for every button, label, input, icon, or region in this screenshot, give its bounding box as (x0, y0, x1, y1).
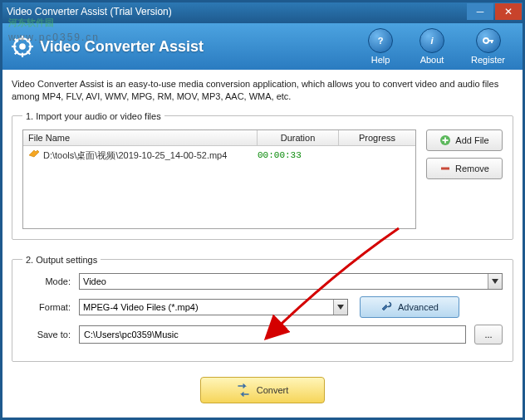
mode-select[interactable]: Video (79, 273, 503, 290)
help-label: Help (371, 55, 390, 65)
about-button[interactable]: i About (420, 28, 444, 65)
mode-value: Video (83, 276, 106, 286)
browse-button[interactable]: ... (474, 325, 503, 344)
remove-button[interactable]: Remove (426, 158, 503, 179)
info-icon: i (425, 34, 439, 47)
help-button[interactable]: ? Help (368, 28, 393, 65)
convert-label: Convert (257, 385, 289, 395)
app-title: Video Converter Assist (40, 38, 368, 56)
import-fieldset: 1. Import your audio or video files File… (12, 111, 513, 240)
file-table[interactable]: File Name Duration Progress D:\tools\桌面\… (22, 129, 416, 229)
svg-point-12 (483, 38, 488, 43)
minus-icon (439, 163, 451, 174)
file-icon (28, 149, 40, 161)
saveto-input[interactable]: C:\Users\pc0359\Music (79, 325, 466, 344)
convert-icon (237, 383, 250, 397)
svg-text:i: i (431, 36, 434, 46)
plus-icon (439, 134, 451, 146)
register-label: Register (471, 55, 505, 65)
saveto-value: C:\Users\pc0359\Music (84, 330, 179, 339)
close-button[interactable]: ✕ (495, 3, 522, 20)
advanced-button[interactable]: Advanced (360, 296, 459, 318)
output-fieldset: 2. Output settings Mode: Video Format: M… (12, 255, 513, 362)
output-legend: 2. Output settings (22, 255, 101, 265)
wrench-icon (380, 300, 393, 313)
col-filename[interactable]: File Name (23, 130, 258, 145)
format-value: MPEG-4 Video Files (*.mp4) (83, 302, 199, 312)
add-file-label: Add File (455, 135, 488, 145)
key-icon (482, 34, 495, 47)
add-file-button[interactable]: Add File (426, 129, 503, 151)
window-title: Video Converter Assist (Trial Version) (3, 6, 467, 17)
convert-button[interactable]: Convert (200, 377, 325, 403)
advanced-label: Advanced (398, 302, 439, 312)
col-duration[interactable]: Duration (258, 130, 339, 145)
about-label: About (420, 55, 444, 65)
remove-label: Remove (455, 164, 489, 173)
row-duration: 00:00:33 (253, 150, 334, 160)
browse-label: ... (484, 330, 492, 339)
row-filename: D:\tools\桌面\视频\2019-10-25_14-00-52.mp4 (43, 149, 253, 162)
chevron-down-icon (492, 279, 498, 284)
svg-rect-18 (441, 167, 449, 169)
format-select[interactable]: MPEG-4 Video Files (*.mp4) (79, 299, 348, 315)
format-label: Format: (22, 302, 79, 312)
saveto-label: Save to: (22, 330, 79, 339)
svg-text:?: ? (378, 36, 384, 46)
mode-label: Mode: (22, 276, 79, 286)
help-icon: ? (374, 34, 387, 47)
import-legend: 1. Import your audio or video files (22, 111, 164, 121)
chevron-down-icon (337, 305, 344, 310)
col-progress[interactable]: Progress (339, 130, 415, 145)
gear-icon (12, 36, 33, 57)
table-row[interactable]: D:\tools\桌面\视频\2019-10-25_14-00-52.mp4 0… (23, 146, 415, 165)
minimize-button[interactable]: ─ (467, 3, 493, 20)
svg-point-1 (19, 43, 26, 50)
register-button[interactable]: Register (471, 28, 505, 65)
description-text: Video Converter Assist is an easy-to-use… (12, 78, 513, 103)
